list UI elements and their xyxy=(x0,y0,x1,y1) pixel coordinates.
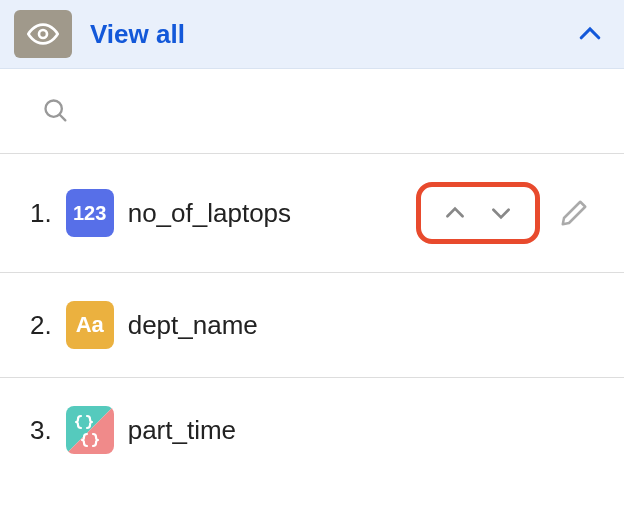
search-row[interactable] xyxy=(0,69,624,154)
field-order: 2. xyxy=(30,310,52,341)
reorder-controls xyxy=(416,182,540,244)
edit-button[interactable] xyxy=(554,193,594,233)
number-type-icon: 123 xyxy=(66,189,114,237)
field-name: no_of_laptops xyxy=(128,198,402,229)
view-mode-button[interactable] xyxy=(14,10,72,58)
svg-line-2 xyxy=(60,115,66,121)
panel-title: View all xyxy=(90,19,552,50)
panel-header: View all xyxy=(0,0,624,69)
chevron-up-icon xyxy=(442,200,468,226)
text-type-icon: Aa xyxy=(66,301,114,349)
collapse-button[interactable] xyxy=(570,14,610,54)
chevron-up-icon xyxy=(575,19,605,49)
svg-point-0 xyxy=(39,30,47,38)
field-order: 1. xyxy=(30,198,52,229)
eye-icon xyxy=(27,18,59,50)
field-name: dept_name xyxy=(128,310,594,341)
move-down-button[interactable] xyxy=(485,197,517,229)
pencil-icon xyxy=(559,198,589,228)
field-name: part_time xyxy=(128,415,594,446)
field-order: 3. xyxy=(30,415,52,446)
chevron-down-icon xyxy=(488,200,514,226)
search-icon xyxy=(40,95,72,127)
field-row: 3. part_time xyxy=(0,378,624,482)
field-row: 1. 123 no_of_laptops xyxy=(0,154,624,273)
code-type-icon xyxy=(66,406,114,454)
field-row: 2. Aa dept_name xyxy=(0,273,624,378)
move-up-button[interactable] xyxy=(439,197,471,229)
